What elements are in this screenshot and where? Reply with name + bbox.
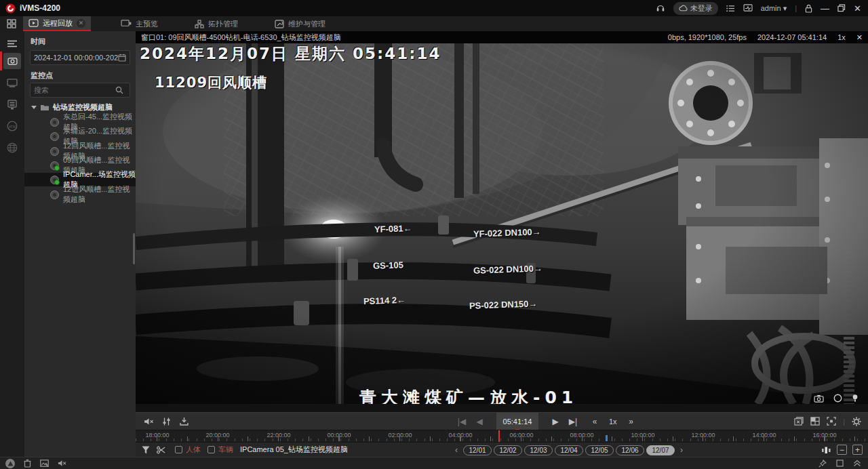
minimize-button[interactable]: — — [821, 3, 829, 14]
tab-bar: 远程回放 ✕ 主预览 拓扑管理 维护与管理 — [0, 16, 868, 31]
time-range-value: 2024-12-01 00:00:00-2024-1... — [34, 54, 118, 62]
chevron-down-icon: ▾ — [783, 4, 787, 12]
date-pill[interactable]: 12/01 — [463, 445, 492, 455]
clear-alarms-trash-icon[interactable] — [24, 459, 31, 468]
close-all-windows-button[interactable] — [794, 417, 804, 426]
camera-icon — [50, 118, 59, 127]
camera-icon — [50, 190, 59, 199]
lock-icon[interactable] — [805, 4, 812, 13]
speed-down-button[interactable]: « — [586, 413, 604, 430]
camera-icon-online — [50, 176, 59, 184]
modules-grid-button[interactable] — [0, 16, 23, 31]
timeline-playhead[interactable] — [498, 430, 500, 443]
active-camera-name: IPCamera 05_钻场监控视频超脑 — [240, 445, 348, 455]
camera-icon-online — [50, 161, 59, 170]
tab-maintenance[interactable]: 维护与管理 — [268, 16, 332, 31]
left-sidebar: ATM — [0, 31, 24, 457]
topology-icon — [195, 20, 204, 28]
video-frame[interactable]: 2024年12月07日 星期六 05:41:14 11209回风顺槽 青大滩煤矿… — [136, 43, 868, 404]
next-frame-button[interactable]: ▶| — [564, 413, 582, 430]
date-pill[interactable]: 12/05 — [585, 445, 614, 455]
clip-scissors-button[interactable] — [153, 441, 168, 459]
login-status-pill[interactable]: 未登录 — [673, 2, 718, 15]
dates-next-arrow[interactable]: › — [677, 445, 686, 455]
sidebar-playback-button[interactable] — [0, 53, 24, 69]
settings-gear-icon[interactable] — [852, 417, 861, 426]
app-logo-icon — [5, 3, 16, 14]
tab-topology[interactable]: 拓扑管理 — [188, 16, 245, 31]
human-checkbox[interactable] — [175, 446, 182, 453]
expand-window-icon[interactable] — [836, 460, 844, 467]
timeline-scale-icon[interactable] — [821, 446, 831, 454]
audio-icon[interactable] — [852, 394, 859, 403]
search-icon[interactable] — [115, 86, 123, 94]
filter-button[interactable] — [138, 441, 153, 459]
tab-close-icon[interactable]: ✕ — [77, 19, 85, 28]
window-layout-button[interactable] — [810, 417, 820, 426]
close-button[interactable]: ✕ — [854, 3, 861, 14]
record-icon[interactable] — [833, 394, 842, 403]
monitor-status-icon[interactable] — [743, 4, 753, 12]
headset-icon[interactable] — [656, 3, 665, 13]
osd-datetime: 2024年12月07日 星期六 05:41:14 — [140, 43, 441, 64]
snapshot-icon[interactable] — [814, 394, 824, 403]
panel-scrollbar[interactable] — [133, 233, 135, 264]
camera-label: 12进风顺槽...监控视频超脑 — [63, 184, 136, 205]
timeline[interactable]: 18:00:00 20:00:00 22:00:00 00:00:00 02:0… — [136, 430, 868, 442]
login-status-label: 未登录 — [690, 3, 713, 14]
mute-button[interactable] — [140, 413, 157, 430]
task-list-icon[interactable] — [726, 5, 735, 12]
search-box[interactable] — [30, 83, 130, 98]
camera-icon — [50, 132, 59, 141]
collapse-menu-button[interactable] — [0, 35, 24, 52]
date-pill[interactable]: 12/03 — [524, 445, 553, 455]
speed-up-button[interactable]: » — [623, 413, 640, 430]
tree-root-label: 钻场监控视频超脑 — [53, 102, 113, 113]
alarm-sound-muted-icon[interactable] — [58, 460, 66, 467]
pipe-label: GS-105 — [373, 260, 403, 271]
alarm-picture-icon[interactable] — [40, 460, 49, 467]
stream-settings-button[interactable] — [157, 413, 175, 430]
maintenance-icon — [275, 20, 284, 28]
camera-item[interactable]: 12进风顺槽...监控视频超脑 — [24, 188, 136, 201]
user-menu[interactable]: admin ▾ — [761, 4, 787, 13]
date-pill-selected[interactable]: 12/07 — [646, 445, 675, 455]
restore-button[interactable] — [837, 4, 846, 12]
divider: | — [795, 4, 797, 12]
folder-icon — [40, 104, 50, 111]
tab-main-view[interactable]: 主预览 — [114, 16, 165, 31]
sidebar-monitor-button[interactable] — [0, 75, 24, 91]
sidebar-atm-button[interactable]: ATM — [0, 118, 24, 134]
date-pill[interactable]: 12/04 — [555, 445, 583, 455]
video-close-button[interactable]: ✕ — [856, 33, 863, 42]
reverse-play-button[interactable]: ◀ — [471, 413, 488, 430]
date-selector: ‹ 12/01 12/02 12/03 12/04 12/05 12/06 12… — [452, 443, 686, 457]
timeline-zoom-out-button[interactable]: − — [837, 445, 847, 455]
monitor-icon — [121, 20, 132, 28]
fullscreen-button[interactable] — [827, 417, 836, 426]
playback-main-area: 窗口01: 09回风顺槽-4500钻机-电话-6530_钻场监控视频超脑 0bp… — [136, 31, 868, 457]
previous-frame-button[interactable]: |◀ — [453, 413, 471, 430]
sidebar-globe-button[interactable] — [0, 140, 24, 156]
pin-panel-icon[interactable] — [818, 460, 827, 468]
vehicle-checkbox[interactable] — [208, 446, 215, 453]
play-button[interactable]: ▶ — [547, 413, 564, 430]
divider: | — [843, 417, 845, 426]
speed-label: 1x — [609, 417, 617, 426]
filter-date-bar: 人体 车辆 IPCamera 05_钻场监控视频超脑 ‹ 12/01 12/02… — [136, 442, 868, 457]
timeline-zoom-in-button[interactable]: + — [852, 445, 863, 455]
dates-prev-arrow[interactable]: ‹ — [452, 445, 461, 455]
pipe-label: PS114 2← — [363, 295, 406, 306]
date-pill[interactable]: 12/02 — [494, 445, 522, 455]
date-pill[interactable]: 12/06 — [616, 445, 644, 455]
download-button[interactable] — [175, 413, 193, 430]
collapse-panel-chevrons-icon[interactable] — [853, 460, 861, 467]
sidebar-device-button[interactable] — [0, 96, 24, 113]
tab-remote-playback[interactable]: 远程回放 ✕ — [23, 16, 91, 31]
calendar-icon[interactable] — [118, 54, 126, 62]
time-range-input[interactable]: 2024-12-01 00:00:00-2024-1... — [30, 50, 130, 65]
alarm-status-icon[interactable] — [5, 459, 15, 468]
current-time-display: 05:41:14 — [496, 413, 538, 430]
search-input[interactable] — [34, 86, 115, 94]
tree-collapse-caret[interactable] — [31, 106, 37, 109]
